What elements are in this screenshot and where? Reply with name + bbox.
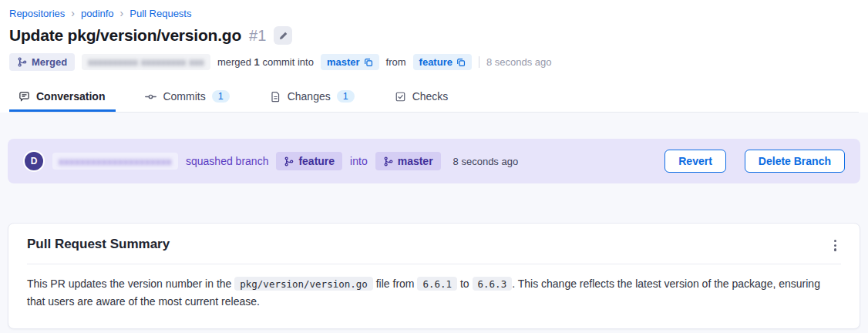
title-row: Update pkg/version/version.go #1 [9,26,859,45]
source-branch-pill[interactable]: feature [413,54,472,70]
tab-changes[interactable]: Changes 1 [261,84,365,112]
chevron-right-icon: › [71,8,75,19]
delete-branch-button[interactable]: Delete Branch [745,150,845,173]
merge-timestamp: 8 seconds ago [453,156,519,167]
divider [27,264,841,264]
summary-text: file from [373,278,418,290]
from-label: from [386,56,406,68]
copy-icon[interactable] [456,58,466,67]
revert-button[interactable]: Revert [664,150,726,173]
source-branch-badge-label: feature [298,155,335,167]
breadcrumb-podinfo[interactable]: podinfo [81,8,114,19]
git-branch-icon [383,156,393,166]
target-branch-badge-label: master [398,155,433,167]
status-badge: Merged [9,53,75,71]
checklist-icon [395,91,406,103]
pr-summary-card: Pull Request Summary This PR updates the… [8,223,860,329]
changes-count-badge: 1 [337,90,355,103]
breadcrumb: Repositories › podinfo › Pull Requests [9,8,859,19]
summary-text: to [457,278,472,290]
page-header: Repositories › podinfo › Pull Requests U… [0,0,868,113]
summary-card-header: Pull Request Summary [27,237,841,254]
into-label: into [350,155,368,167]
target-branch-pill[interactable]: master [321,54,379,70]
file-icon [270,91,281,103]
kebab-menu-button[interactable] [829,237,841,254]
inline-code: 6.6.3 [473,277,513,291]
edit-title-button[interactable] [274,26,292,45]
breadcrumb-repositories[interactable]: Repositories [9,8,65,19]
tab-checks-label: Checks [412,90,449,103]
pencil-icon [278,31,288,41]
pr-timestamp: 8 seconds ago [486,56,552,68]
tab-checks[interactable]: Checks [385,84,459,112]
commit-icon [145,91,156,103]
main-content: D xxxxxxxxxxxxxxxxxxxxx squashed branch … [0,113,868,333]
summary-text: This PR updates the version number in th… [27,278,234,290]
tab-commits[interactable]: Commits 1 [136,84,240,112]
summary-body: This PR updates the version number in th… [27,275,829,311]
target-branch-badge[interactable]: master [375,152,441,170]
merge-author-redacted: xxxxxxxxxxxxxxxxxxxxx [52,153,178,170]
chevron-right-icon: › [120,8,124,19]
merge-notice-banner: D xxxxxxxxxxxxxxxxxxxxx squashed branch … [8,139,860,183]
tab-changes-label: Changes [288,90,331,103]
kebab-icon [834,240,836,251]
breadcrumb-pull-requests[interactable]: Pull Requests [130,8,191,19]
tab-commits-label: Commits [163,90,205,103]
merge-action-text: squashed branch [186,155,268,167]
pr-tabs: Conversation Commits 1 Changes 1 [9,84,859,113]
source-branch-badge[interactable]: feature [276,152,342,170]
inline-code: pkg/version/version.go [234,277,373,291]
merge-summary-text: merged 1 commit into [217,56,314,68]
git-merge-icon [17,57,27,67]
summary-card-title: Pull Request Summary [27,237,170,252]
commit-count: 1 [254,56,260,68]
status-badge-label: Merged [32,56,67,68]
tab-conversation-label: Conversation [36,90,105,103]
comment-icon [19,91,30,103]
pr-meta-row: Merged xxxxxxxxxx xxxxxxxxx xxx merged 1… [9,53,859,71]
git-branch-icon [284,156,294,166]
inline-code: 6.6.1 [417,277,457,291]
divider [479,56,479,68]
avatar: D [23,150,45,172]
target-branch-label: master [327,56,360,68]
copy-icon[interactable] [364,58,373,67]
pr-number: #1 [249,27,266,45]
author-name-redacted: xxxxxxxxxx xxxxxxxxx xxx [82,54,210,70]
source-branch-label: feature [419,56,453,68]
page-title: Update pkg/version/version.go [9,26,241,45]
tab-conversation[interactable]: Conversation [9,84,116,112]
commits-count-badge: 1 [212,90,230,103]
